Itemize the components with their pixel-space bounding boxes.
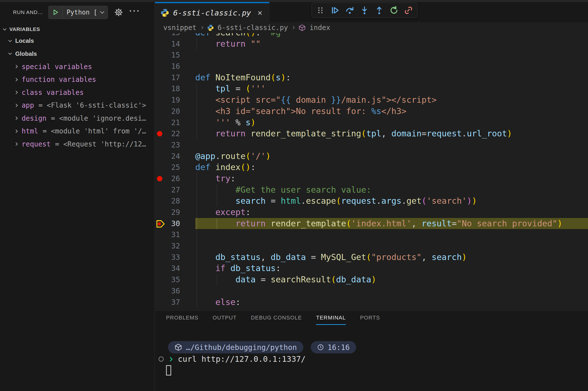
gear-icon[interactable] — [113, 7, 124, 18]
code-line-27[interactable]: 27 #Get the user search value: — [155, 184, 588, 196]
editor-gutter[interactable]: 37 — [155, 297, 195, 308]
debug-config-label[interactable]: Python [ — [63, 8, 99, 16]
variable-group-row[interactable]: class variables — [0, 86, 154, 99]
code-line-18[interactable]: 18 tpl = (''' — [155, 83, 588, 94]
step-into-button[interactable] — [359, 4, 370, 16]
line-number: 26 — [155, 173, 180, 184]
editor-gutter[interactable]: 33 — [155, 252, 195, 263]
editor-gutter[interactable]: 17 — [155, 72, 195, 83]
panel-tab-problems[interactable]: PROBLEMS — [166, 314, 199, 325]
editor-gutter[interactable]: 19 — [155, 94, 195, 106]
editor-gutter[interactable]: 29 — [155, 207, 195, 218]
chevron-down-icon — [3, 27, 6, 30]
time-badge: 16:16 — [311, 341, 356, 353]
editor-gutter[interactable]: 35 — [155, 274, 195, 285]
code-line-19[interactable]: 19 <script src="{{ domain }}/main.js"></… — [155, 94, 588, 106]
scope-row-locals[interactable]: Locals — [0, 34, 154, 47]
debug-sidebar-header: RUN AND… Python [ ··· — [0, 2, 154, 23]
variable-row[interactable]: request = <Request 'http://12… — [0, 138, 154, 151]
editor-gutter[interactable]: 24 — [155, 151, 195, 162]
code-line-13[interactable]: 13def search(): #g — [155, 33, 588, 38]
panel-tab-output[interactable]: OUTPUT — [213, 314, 237, 325]
line-number: 16 — [155, 61, 180, 72]
code-line-35[interactable]: 35 data = searchResult(db_data) — [155, 274, 588, 285]
close-icon[interactable]: × — [257, 9, 262, 16]
code-line-34[interactable]: 34 if db_status: — [155, 263, 588, 274]
code-line-16[interactable]: 16 — [155, 61, 588, 72]
breadcrumb-folder[interactable]: vsnippet — [163, 24, 197, 32]
editor-gutter[interactable]: 21 — [155, 117, 195, 128]
step-over-button[interactable] — [344, 4, 356, 16]
editor-gutter[interactable]: 16 — [155, 61, 195, 72]
chevron-right-icon — [14, 142, 18, 146]
panel-tab-terminal[interactable]: TERMINAL — [316, 314, 346, 325]
variable-row[interactable]: design = <module 'ignore.desi… — [0, 112, 154, 125]
editor-gutter[interactable]: 20 — [155, 106, 195, 117]
gripper-handle[interactable] — [315, 4, 326, 16]
panel-tab-ports[interactable]: PORTS — [360, 314, 380, 325]
variable-row[interactable]: app = <Flask '6-ssti-classic'> — [0, 99, 154, 112]
chevron-down-icon[interactable] — [100, 9, 104, 14]
editor-gutter[interactable]: 36 — [155, 285, 195, 297]
variable-row[interactable]: html = <module 'html' from '/… — [0, 125, 154, 138]
line-number: 14 — [155, 38, 180, 50]
code-line-28[interactable]: 28 search = html.escape(request.args.get… — [155, 196, 588, 207]
code-line-37[interactable]: 37 else: — [155, 297, 588, 308]
editor-gutter[interactable]: 27 — [155, 184, 195, 196]
more-actions-icon[interactable]: ··· — [130, 7, 140, 18]
start-debug-icon[interactable] — [49, 6, 62, 19]
code-line-36[interactable]: 36 — [155, 285, 588, 297]
code-line-21[interactable]: 21 ''' % s) — [155, 117, 588, 128]
code-line-20[interactable]: 20 <h3 id="search">No result for: %s</h3… — [155, 106, 588, 117]
code-text: #Get the user search value: — [195, 184, 588, 196]
code-line-30[interactable]: 30 return render_template('index.html', … — [155, 218, 588, 229]
breadcrumb-file[interactable]: 6-ssti-classic.py — [218, 24, 288, 32]
editor-gutter[interactable]: 28 — [155, 196, 195, 207]
terminal-cursor[interactable] — [166, 365, 171, 376]
code-line-14[interactable]: 14 return "" — [155, 38, 588, 50]
code-line-24[interactable]: 24@app.route('/') — [155, 151, 588, 162]
continue-button[interactable] — [329, 4, 341, 16]
debug-config-dropdown[interactable]: Python [ — [48, 6, 108, 19]
editor-gutter[interactable]: 22 — [155, 128, 195, 139]
editor-gutter[interactable]: 34 — [155, 263, 195, 274]
tab-6-ssti-classic[interactable]: 6-ssti-classic.py × — [155, 2, 269, 22]
editor-gutter[interactable]: 18 — [155, 83, 195, 94]
code-line-15[interactable]: 15 — [155, 49, 588, 61]
variable-group-row[interactable]: function variables — [0, 73, 154, 86]
command-decoration-icon[interactable] — [158, 356, 164, 362]
code-line-32[interactable]: 32 — [155, 240, 588, 252]
code-line-22[interactable]: 22 return render_template_string(tpl, do… — [155, 128, 588, 139]
panel-tab-debug-console[interactable]: DEBUG CONSOLE — [251, 314, 302, 325]
editor-gutter[interactable]: 31 — [155, 229, 195, 240]
editor-gutter[interactable]: 15 — [155, 49, 195, 61]
variables-section-header[interactable]: VARIABLES — [0, 24, 154, 34]
scope-row-globals[interactable]: Globals — [0, 47, 154, 60]
code-line-26[interactable]: 26 try: — [155, 173, 588, 184]
restart-button[interactable] — [388, 4, 400, 16]
code-line-17[interactable]: 17def NoItemFound(s): — [155, 72, 588, 83]
editor-gutter[interactable]: 23 — [155, 139, 195, 151]
disconnect-button[interactable] — [403, 4, 414, 16]
breadcrumb-symbol[interactable]: index — [309, 24, 330, 32]
code-line-23[interactable]: 23 — [155, 139, 588, 151]
editor-gutter[interactable]: 32 — [155, 240, 195, 252]
editor-gutter[interactable]: 25 — [155, 162, 195, 173]
editor-gutter[interactable]: 26 — [155, 173, 195, 184]
code-line-25[interactable]: 25def index(): — [155, 162, 588, 173]
code-editor[interactable]: 13def search(): #g14 return ""151617def … — [155, 33, 588, 310]
editor-gutter[interactable]: 13 — [155, 33, 195, 38]
line-number: 29 — [155, 207, 180, 218]
run-and-debug-sidebar: RUN AND… Python [ ··· VARIABLES LocalsGl… — [0, 2, 155, 391]
tab-label[interactable]: 6-ssti-classic.py — [173, 8, 251, 17]
code-line-31[interactable]: 31 — [155, 229, 588, 240]
code-text: try: — [195, 173, 588, 184]
window-top-edge — [0, 0, 588, 2]
terminal-view[interactable]: …/Github/debugging/python 16:16 curl htt… — [155, 341, 588, 376]
code-line-29[interactable]: 29 except: — [155, 207, 588, 218]
step-out-button[interactable] — [373, 4, 385, 16]
editor-gutter[interactable]: 14 — [155, 38, 195, 50]
code-line-33[interactable]: 33 db_status, db_data = MySQL_Get("produ… — [155, 252, 588, 263]
editor-gutter[interactable]: 30 — [155, 218, 195, 229]
variable-group-row[interactable]: special variables — [0, 60, 154, 73]
